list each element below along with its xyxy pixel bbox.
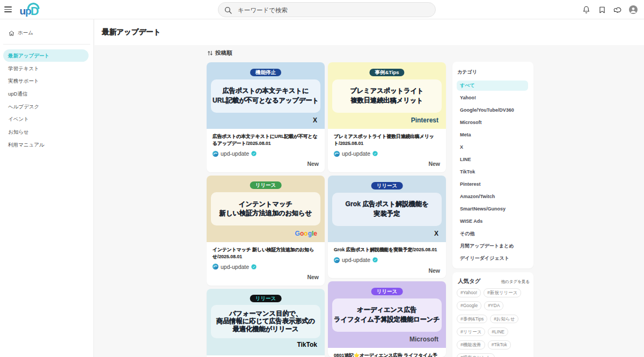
svg-text:D: D xyxy=(31,5,39,18)
